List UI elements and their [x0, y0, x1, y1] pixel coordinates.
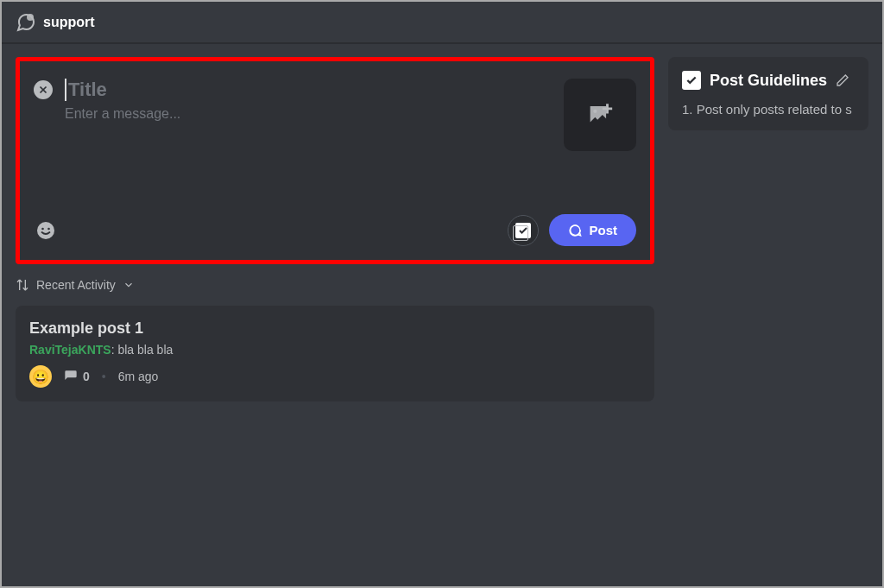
post-title-input[interactable] [65, 79, 552, 101]
edit-pencil-icon[interactable] [836, 73, 849, 87]
compose-top-row [34, 79, 636, 151]
comment-icon [64, 370, 78, 383]
sort-arrows-icon [16, 278, 29, 292]
compose-inputs [65, 79, 552, 122]
image-upload-button[interactable] [564, 79, 636, 151]
channel-title: support [43, 15, 95, 30]
chevron-down-icon [123, 279, 135, 291]
guidelines-checklist-button[interactable] [508, 215, 539, 246]
dot-separator: • [102, 370, 106, 383]
post-preview: bla bla bla [117, 343, 173, 357]
channel-header: support [2, 2, 882, 43]
forum-channel-icon [16, 12, 36, 33]
checkbox-icon [682, 71, 701, 90]
guidelines-title: Post Guidelines [710, 72, 827, 90]
emoji-picker-button[interactable] [34, 218, 58, 243]
svg-point-7 [570, 225, 580, 236]
sort-label: Recent Activity [36, 278, 116, 292]
post-button-label: Post [589, 223, 617, 237]
forum-post-card[interactable]: Example post 1 RaviTejaKNTS: bla bla bla… [16, 306, 654, 401]
compose-bottom-row: Post [34, 214, 636, 246]
post-guidelines-panel: Post Guidelines 1. Post only posts relat… [668, 57, 868, 130]
svg-point-4 [37, 222, 54, 239]
sort-dropdown[interactable]: Recent Activity [16, 278, 654, 292]
svg-point-0 [27, 14, 34, 21]
comment-count: 0 [64, 370, 90, 383]
compose-post-box: Post [16, 57, 654, 264]
chat-icon [568, 224, 582, 237]
post-card-title: Example post 1 [29, 319, 641, 338]
reaction-emoji[interactable]: 😀 [29, 365, 52, 388]
left-column: Post Recent Activity Example post 1 Ravi… [16, 57, 654, 401]
svg-point-6 [47, 227, 50, 230]
post-author: RaviTejaKNTS [29, 343, 111, 357]
main-content: Post Recent Activity Example post 1 Ravi… [2, 43, 882, 415]
svg-point-5 [41, 227, 44, 230]
svg-point-3 [593, 110, 597, 113]
guidelines-text: 1. Post only posts related to s [682, 102, 855, 117]
post-card-meta: RaviTejaKNTS: bla bla bla [29, 343, 641, 357]
right-column: Post Guidelines 1. Post only posts relat… [668, 57, 868, 401]
post-stats-row: 😀 0 • 6m ago [29, 365, 641, 388]
post-button[interactable]: Post [549, 214, 636, 246]
post-message-input[interactable] [65, 106, 552, 122]
post-time-ago: 6m ago [118, 370, 159, 383]
close-compose-button[interactable] [34, 80, 53, 99]
guidelines-header: Post Guidelines [682, 71, 855, 90]
